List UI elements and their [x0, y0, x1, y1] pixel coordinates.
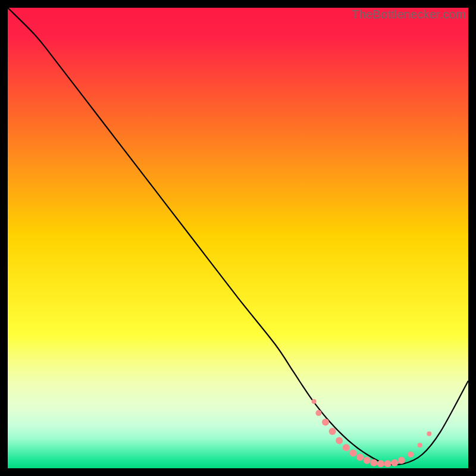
data-marker: [336, 437, 343, 444]
data-marker: [350, 449, 357, 456]
data-marker: [329, 428, 336, 435]
gradient-background: [8, 8, 468, 468]
data-marker: [408, 452, 414, 458]
data-marker: [370, 459, 377, 466]
watermark-text: TheBottlenecker.com: [352, 8, 466, 21]
data-marker: [384, 460, 392, 467]
data-marker: [356, 453, 364, 461]
data-marker: [418, 443, 422, 447]
chart-frame: TheBottlenecker.com: [8, 8, 468, 468]
data-marker: [427, 431, 431, 436]
bottleneck-chart: [8, 8, 468, 468]
data-marker: [322, 419, 329, 426]
data-marker: [364, 457, 371, 464]
data-marker: [377, 460, 384, 467]
data-marker: [398, 457, 405, 464]
data-marker: [312, 399, 317, 404]
data-marker: [391, 459, 398, 466]
data-marker: [315, 410, 321, 416]
data-marker: [343, 444, 350, 451]
